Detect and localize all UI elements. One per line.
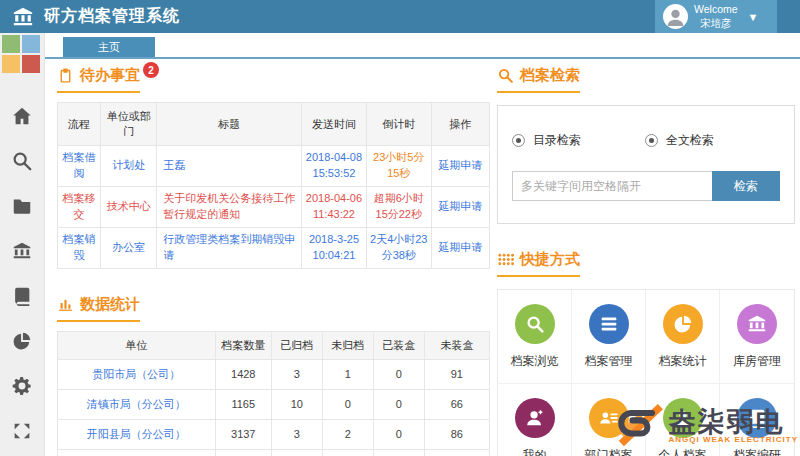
search-panel: 目录检索 全文检索 检索	[497, 105, 795, 224]
postpone-link[interactable]: 延期申请	[431, 146, 489, 187]
sidebar-item-settings[interactable]	[11, 375, 33, 397]
search-section-header: 档案检索	[497, 66, 795, 93]
todo-subject[interactable]: 行政管理类档案到期销毁申请	[157, 227, 302, 268]
sidebar-item-search[interactable]	[11, 150, 33, 172]
search-mode-row: 目录检索 全文检索	[512, 132, 780, 149]
stat-unboxed: 39	[424, 449, 489, 456]
search-row: 检索	[512, 171, 780, 201]
shortcut-label: 档案管理	[585, 353, 633, 370]
todo-subject[interactable]: 王磊	[157, 146, 302, 187]
sidebar-item-archive[interactable]	[11, 240, 33, 262]
person-plus-icon	[515, 398, 555, 438]
shortcut-my[interactable]: 我的	[498, 384, 572, 456]
vendor-name-en: ANGQI WEAK ELECTRICITY	[668, 436, 798, 444]
sidebar-item-fullscreen[interactable]	[11, 420, 33, 442]
col-archived: 已归档	[271, 331, 322, 359]
fullscreen-icon	[11, 420, 33, 442]
shortcut-label: 我的	[523, 447, 547, 456]
tab-home[interactable]: 主页	[63, 37, 155, 57]
sidebar-item-files[interactable]	[11, 195, 33, 217]
todo-send-time: 2018-04-06 11:43:22	[302, 186, 367, 227]
stat-archived: 9	[271, 449, 322, 456]
person-icon	[663, 4, 688, 29]
todo-subject[interactable]: 关于印发机关公务接待工作暂行规定的通知	[157, 186, 302, 227]
stat-unboxed: 91	[424, 359, 489, 389]
radio-catalog-search[interactable]	[512, 134, 525, 147]
vendor-watermark: 盎柒弱电 ANGQI WEAK ELECTRICITY	[610, 398, 798, 454]
sidebar-nav	[0, 105, 44, 442]
magnifier-icon	[515, 304, 555, 344]
shortcut-label: 档案统计	[659, 353, 707, 370]
shortcut-label: 库房管理	[733, 353, 781, 370]
app-header: 研方档案管理系统 Welcome 宋培彦 ▼	[0, 0, 800, 33]
todo-title: 待办事宜	[57, 66, 140, 93]
todo-countdown: 超期6小时15分22秒	[366, 186, 431, 227]
home-icon	[11, 105, 33, 127]
stat-archived: 3	[271, 359, 322, 389]
main-left-column: 待办事宜 2 流程 单位或部门 标题 发送时间 倒计时 操作 档案借阅 计划处	[57, 66, 490, 456]
postpone-link[interactable]: 延期申请	[431, 227, 489, 268]
stat-boxed: 0	[373, 389, 424, 419]
shortcut-warehouse-manage[interactable]: 库房管理	[720, 290, 794, 384]
shortcut-archive-stats[interactable]: 档案统计	[646, 290, 720, 384]
bank-logo-icon	[10, 6, 36, 28]
logo-square-green	[2, 35, 20, 53]
sidebar	[0, 33, 45, 456]
stat-unarchived: 2	[322, 419, 373, 449]
stats-table: 单位 档案数量 已归档 未归档 已装盒 未装盒 贵阳市局（公司） 1428 3 …	[57, 331, 490, 456]
col-unboxed: 未装盒	[424, 331, 489, 359]
todo-dept: 办公室	[101, 227, 157, 268]
todo-flow: 档案借阅	[58, 146, 101, 187]
stat-total: 3137	[215, 419, 271, 449]
search-input[interactable]	[512, 171, 712, 201]
radio-fulltext-search[interactable]	[645, 134, 658, 147]
todo-count-badge: 2	[143, 62, 159, 78]
logo-square-blue	[22, 35, 40, 53]
unit-link[interactable]: 贵阳市局（公司）	[58, 359, 216, 389]
gear-icon	[11, 375, 33, 397]
stats-section: 数据统计 单位 档案数量 已归档 未归档 已装盒 未装盒 贵阳市局	[57, 295, 490, 456]
unit-link[interactable]: 开阳县局（分公司）	[58, 419, 216, 449]
search-title: 档案检索	[497, 66, 580, 93]
list-icon	[589, 304, 629, 344]
shortcuts-section-header: 快捷方式	[497, 250, 795, 277]
brand-logo	[0, 33, 42, 75]
stat-total: 1428	[215, 359, 271, 389]
sidebar-item-home[interactable]	[11, 105, 33, 127]
user-menu[interactable]: Welcome 宋培彦 ▼	[655, 0, 777, 33]
col-subject: 标题	[157, 103, 302, 146]
sidebar-item-stats[interactable]	[11, 330, 33, 352]
app-brand: 研方档案管理系统	[0, 6, 180, 28]
col-action: 操作	[431, 103, 489, 146]
stat-unboxed: 86	[424, 419, 489, 449]
shortcut-archive-browse[interactable]: 档案浏览	[498, 290, 572, 384]
radio-fulltext-label: 全文检索	[666, 132, 714, 149]
search-button[interactable]: 检索	[712, 171, 780, 201]
welcome-text: Welcome 宋培彦	[694, 3, 738, 29]
col-dept: 单位或部门	[101, 103, 157, 146]
pie-chart-icon	[11, 330, 33, 352]
todo-send-time: 2018-3-25 10:04:21	[302, 227, 367, 268]
col-unit: 单位	[58, 331, 216, 359]
stats-section-header: 数据统计	[57, 295, 490, 322]
sidebar-item-records[interactable]	[11, 285, 33, 307]
todo-dept: 技术中心	[101, 186, 157, 227]
archive-bank-icon	[11, 240, 33, 262]
radio-catalog-label: 目录检索	[533, 132, 581, 149]
stat-unboxed: 66	[424, 389, 489, 419]
unit-link[interactable]: 修文县局（分公司）	[58, 449, 216, 456]
todo-send-time: 2018-04-08 15:53:52	[302, 146, 367, 187]
tab-bar: 主页	[45, 33, 800, 59]
unit-link[interactable]: 清镇市局（分公司）	[58, 389, 216, 419]
todo-countdown: 23小时5分15秒	[366, 146, 431, 187]
folder-icon	[11, 195, 33, 217]
col-unarchived: 未归档	[322, 331, 373, 359]
todo-countdown: 2天4小时23分38秒	[366, 227, 431, 268]
username: 宋培彦	[700, 17, 732, 29]
stat-unarchived: 1	[322, 359, 373, 389]
todo-table-header: 流程 单位或部门 标题 发送时间 倒计时 操作	[58, 103, 490, 146]
table-row: 修文县局（分公司） 1799 9 1 0 39	[58, 449, 490, 456]
table-row: 清镇市局（分公司） 1165 10 0 0 66	[58, 389, 490, 419]
shortcut-archive-manage[interactable]: 档案管理	[572, 290, 646, 384]
postpone-link[interactable]: 延期申请	[431, 186, 489, 227]
